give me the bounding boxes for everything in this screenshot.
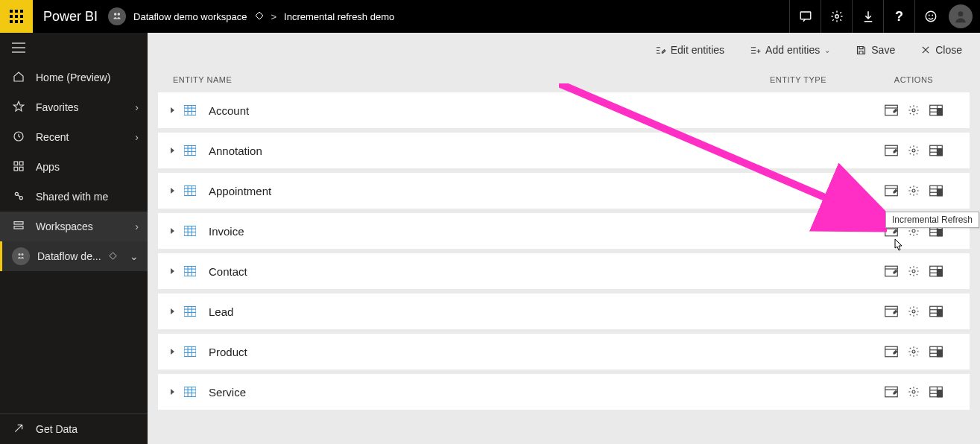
gear-icon	[830, 10, 844, 23]
entity-incremental-refresh-button[interactable]	[929, 264, 943, 279]
sidebar-workspace-name: Dataflow de...	[37, 250, 101, 262]
entity-incremental-refresh-button[interactable]	[929, 304, 943, 319]
sidebar-item-apps[interactable]: Apps	[0, 152, 148, 182]
close-button[interactable]: Close	[920, 44, 962, 56]
svg-point-16	[958, 11, 964, 16]
add-entities-button[interactable]: Add entities ⌄	[750, 44, 830, 56]
caret-right-icon	[170, 147, 176, 154]
svg-rect-80	[184, 266, 196, 276]
properties-icon	[885, 265, 898, 277]
svg-rect-5	[20, 15, 23, 18]
entity-incremental-refresh-button[interactable]	[929, 103, 943, 118]
breadcrumb-workspace[interactable]: Dataflow demo workspace	[133, 11, 247, 22]
edit-entities-button[interactable]: Edit entities	[655, 44, 724, 56]
svg-point-126	[912, 390, 915, 393]
toolbar-label: Save	[871, 44, 895, 56]
svg-rect-20	[14, 167, 18, 171]
svg-point-48	[912, 149, 915, 152]
entity-row: Service	[158, 374, 970, 410]
properties-icon	[885, 305, 898, 317]
entity-row: Lead	[158, 294, 970, 329]
entity-name: Product	[200, 346, 731, 358]
entity-settings-button[interactable]	[906, 264, 921, 279]
entity-incremental-refresh-button[interactable]	[929, 344, 943, 359]
entity-properties-button[interactable]	[884, 264, 899, 279]
feedback-button[interactable]	[914, 0, 946, 33]
hamburger-icon	[12, 42, 25, 53]
entity-incremental-refresh-button[interactable]	[929, 384, 943, 399]
save-button[interactable]: Save	[856, 44, 895, 56]
svg-rect-79	[938, 229, 943, 236]
expand-toggle[interactable]	[165, 388, 180, 396]
gear-icon	[908, 346, 920, 358]
chevron-down-icon: ⌄	[824, 46, 830, 54]
entity-properties-button[interactable]	[884, 183, 899, 198]
svg-point-113	[912, 350, 915, 353]
entity-settings-button[interactable]	[906, 384, 921, 399]
sidebar-item-recent[interactable]: Recent ›	[0, 122, 148, 152]
svg-point-35	[912, 109, 915, 112]
entity-name: Contact	[200, 265, 731, 278]
entity-settings-button[interactable]	[906, 103, 921, 118]
person-icon	[953, 9, 968, 24]
sidebar-toggle[interactable]	[0, 33, 148, 63]
svg-rect-19	[19, 162, 23, 165]
entity-settings-button[interactable]	[906, 183, 921, 198]
sidebar-item-label: Workspaces	[36, 221, 93, 232]
notifications-button[interactable]	[789, 0, 821, 33]
app-launcher-button[interactable]	[0, 0, 33, 33]
download-button[interactable]	[852, 0, 883, 33]
entity-incremental-refresh-button[interactable]	[929, 183, 943, 198]
chevron-right-icon: ›	[135, 101, 139, 113]
expand-toggle[interactable]	[165, 267, 180, 275]
expand-toggle[interactable]	[165, 147, 180, 154]
expand-toggle[interactable]	[165, 308, 180, 315]
properties-icon	[885, 104, 898, 116]
sidebar-item-getdata[interactable]: Get Data	[0, 414, 148, 444]
entity-properties-button[interactable]	[884, 103, 899, 118]
user-avatar[interactable]	[949, 4, 973, 28]
entity-properties-button[interactable]	[884, 304, 899, 319]
sidebar-item-home[interactable]: Home (Preview)	[0, 63, 148, 92]
caret-right-icon	[170, 187, 176, 194]
settings-button[interactable]	[821, 0, 852, 33]
help-button[interactable]: ?	[883, 0, 914, 33]
sidebar-item-label: Get Data	[36, 423, 78, 435]
sidebar-item-label: Shared with me	[36, 191, 108, 203]
toolbar-label: Edit entities	[671, 44, 724, 56]
gear-icon	[908, 305, 920, 317]
column-header-actions: Actions	[865, 75, 962, 84]
getdata-icon	[12, 422, 25, 437]
entity-incremental-refresh-button[interactable]	[929, 143, 943, 158]
sidebar: Home (Preview) Favorites › Recent › Apps…	[0, 33, 148, 444]
entity-settings-button[interactable]	[906, 143, 921, 158]
svg-rect-53	[938, 149, 943, 156]
entity-properties-button[interactable]	[884, 143, 899, 158]
svg-rect-11	[800, 12, 811, 19]
entity-name: Appointment	[200, 185, 731, 197]
breadcrumb-item[interactable]: Incremental refresh demo	[284, 11, 394, 22]
svg-rect-4	[15, 15, 18, 18]
sidebar-item-workspaces[interactable]: Workspaces ›	[0, 212, 148, 241]
sidebar-item-favorites[interactable]: Favorites ›	[0, 92, 148, 122]
workspace-avatar-icon	[12, 247, 30, 265]
svg-rect-18	[14, 162, 18, 165]
entity-settings-button[interactable]	[906, 344, 921, 359]
entity-properties-button[interactable]	[884, 384, 899, 399]
table-icon	[180, 185, 200, 196]
entity-name: Account	[200, 104, 731, 117]
expand-toggle[interactable]	[165, 107, 180, 114]
entity-list-header: Entity Name Entity Type Actions	[148, 67, 980, 92]
star-icon	[12, 101, 25, 115]
sidebar-workspace-current[interactable]: Dataflow de... ⌄	[0, 241, 148, 271]
expand-toggle[interactable]	[165, 187, 180, 194]
expand-toggle[interactable]	[165, 348, 180, 355]
table-icon	[180, 306, 200, 317]
entity-row: Account	[158, 92, 970, 128]
entity-properties-button[interactable]	[884, 344, 899, 359]
svg-rect-41	[184, 145, 196, 155]
entity-settings-button[interactable]	[906, 304, 921, 319]
gear-icon	[908, 104, 920, 116]
expand-toggle[interactable]	[165, 227, 180, 235]
sidebar-item-shared[interactable]: Shared with me	[0, 182, 148, 212]
